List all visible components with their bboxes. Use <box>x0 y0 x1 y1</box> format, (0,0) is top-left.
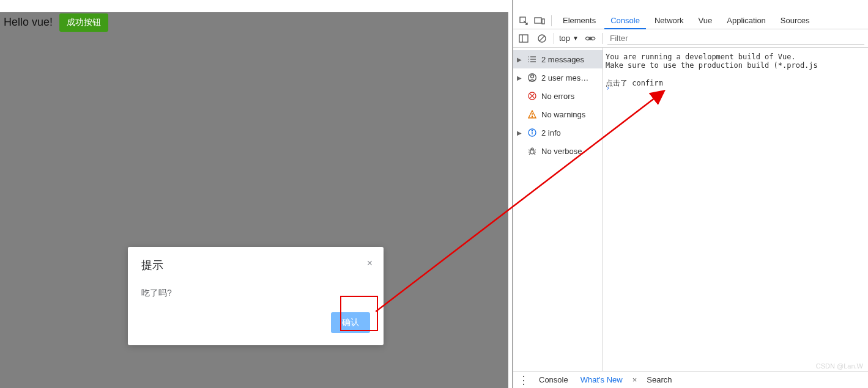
sidebar-label: 2 info <box>541 128 561 137</box>
hello-text: Hello vue! <box>4 16 53 29</box>
devtools-panel: Elements Console Network Vue Application… <box>513 0 868 388</box>
drawer-tab-console[interactable]: Console <box>536 375 571 384</box>
sidebar-item-info[interactable]: ▶ 2 info <box>513 123 603 142</box>
sidebar-label: No warnings <box>541 110 585 119</box>
separator <box>602 33 603 44</box>
success-button[interactable]: 成功按钮 <box>59 13 108 32</box>
sidebar-label: No errors <box>541 92 574 101</box>
drawer-tab-whatsnew[interactable]: What's New <box>578 375 625 384</box>
message-sidebar: ▶ 2 messages ▶ 2 user mes… No errors No … <box>513 48 603 371</box>
confirm-button[interactable]: 确认 <box>331 312 370 333</box>
svg-line-6 <box>540 36 544 41</box>
chevron-down-icon: ▼ <box>573 35 579 42</box>
svg-point-20 <box>532 116 532 117</box>
sidebar-label: 2 messages <box>541 55 584 64</box>
browser-chrome-strip <box>0 0 512 12</box>
console-log[interactable]: You are running a development build of V… <box>603 48 868 371</box>
sidebar-item-verbose[interactable]: No verbose <box>513 142 603 160</box>
inspect-icon[interactable] <box>517 14 530 27</box>
svg-rect-2 <box>542 19 544 24</box>
info-icon <box>527 127 538 138</box>
confirm-dialog: 提示 × 吃了吗? 确认 <box>128 247 384 345</box>
user-icon <box>527 72 538 83</box>
svg-line-26 <box>529 150 530 150</box>
app-viewport: Hello vue! 成功按钮 提示 × 吃了吗? 确认 <box>0 0 513 388</box>
drawer-tab-search[interactable]: Search <box>644 375 674 384</box>
caret-icon: ▶ <box>517 130 523 136</box>
browser-chrome-strip <box>513 0 868 12</box>
live-expression-icon[interactable] <box>584 32 597 45</box>
tab-vue[interactable]: Vue <box>692 12 719 29</box>
svg-rect-1 <box>535 18 541 23</box>
close-drawer-tab-icon[interactable]: × <box>632 375 637 384</box>
dialog-body: 吃了吗? <box>141 288 370 299</box>
sidebar-item-errors[interactable]: No errors <box>513 87 603 105</box>
bug-icon <box>527 145 538 156</box>
error-icon <box>527 90 538 101</box>
svg-line-27 <box>535 150 536 150</box>
devtools-drawer: ⋮ Console What's New × Search <box>513 371 868 388</box>
tab-network[interactable]: Network <box>648 12 690 29</box>
svg-rect-3 <box>519 35 528 42</box>
sidebar-toggle-icon[interactable] <box>517 32 530 45</box>
sidebar-label: 2 user mes… <box>541 73 588 82</box>
separator <box>551 15 552 26</box>
sidebar-item-user[interactable]: ▶ 2 user mes… <box>513 68 603 87</box>
console-body: ▶ 2 messages ▶ 2 user mes… No errors No … <box>513 48 868 371</box>
svg-point-14 <box>531 75 534 78</box>
device-toggle-icon[interactable] <box>533 14 546 27</box>
list-icon <box>527 54 538 65</box>
log-click-confirm: 点击了 confirm <box>606 78 866 89</box>
tab-elements[interactable]: Elements <box>557 12 602 29</box>
log-vue-dev: You are running a development build of V… <box>606 53 866 70</box>
kebab-menu-icon[interactable]: ⋮ <box>518 373 529 387</box>
watermark: CSDN @Lan.W <box>816 362 863 370</box>
close-icon[interactable]: × <box>367 258 373 269</box>
warning-icon <box>527 109 538 120</box>
sidebar-label: No verbose <box>541 147 582 156</box>
caret-icon: ▶ <box>517 56 523 63</box>
clear-console-icon[interactable] <box>535 32 549 45</box>
prompt-chevron-icon: › <box>606 83 610 92</box>
svg-line-30 <box>529 153 530 155</box>
sidebar-item-warnings[interactable]: No warnings <box>513 105 603 123</box>
tab-sources[interactable]: Sources <box>774 12 816 29</box>
dialog-title: 提示 <box>141 258 370 273</box>
devtools-tabbar: Elements Console Network Vue Application… <box>513 12 868 29</box>
filter-input[interactable] <box>607 32 864 45</box>
tab-application[interactable]: Application <box>721 12 772 29</box>
sidebar-item-messages[interactable]: ▶ 2 messages <box>513 50 603 68</box>
separator <box>554 33 554 44</box>
svg-line-31 <box>534 153 535 155</box>
tab-console[interactable]: Console <box>604 12 646 29</box>
pane-divider[interactable] <box>508 12 512 388</box>
context-selector[interactable]: top ▼ <box>559 34 579 43</box>
caret-icon: ▶ <box>517 75 523 81</box>
svg-point-23 <box>532 130 532 131</box>
console-toolbar: top ▼ <box>513 29 868 48</box>
context-label: top <box>559 34 570 43</box>
